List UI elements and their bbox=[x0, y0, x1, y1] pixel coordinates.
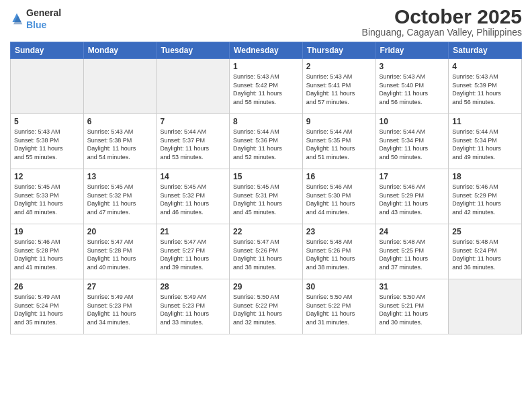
week-row-2: 5Sunrise: 5:43 AM Sunset: 5:38 PM Daylig… bbox=[11, 114, 522, 169]
day-cell: 7Sunrise: 5:44 AM Sunset: 5:37 PM Daylig… bbox=[157, 114, 230, 169]
day-cell: 9Sunrise: 5:44 AM Sunset: 5:35 PM Daylig… bbox=[302, 114, 375, 169]
location-subtitle: Binguang, Cagayan Valley, Philippines bbox=[362, 27, 522, 38]
calendar: Sunday Monday Tuesday Wednesday Thursday… bbox=[10, 42, 522, 334]
day-info: Sunrise: 5:45 AM Sunset: 5:33 PM Dayligh… bbox=[14, 183, 80, 216]
day-cell: 29Sunrise: 5:50 AM Sunset: 5:22 PM Dayli… bbox=[230, 279, 303, 334]
title-area: October 2025 Binguang, Cagayan Valley, P… bbox=[362, 7, 522, 38]
day-cell: 18Sunrise: 5:46 AM Sunset: 5:29 PM Dayli… bbox=[449, 169, 522, 224]
week-row-4: 19Sunrise: 5:46 AM Sunset: 5:28 PM Dayli… bbox=[11, 224, 522, 279]
day-number: 2 bbox=[306, 62, 372, 71]
day-number: 8 bbox=[233, 117, 299, 126]
logo-blue: Blue bbox=[26, 19, 46, 30]
day-info: Sunrise: 5:43 AM Sunset: 5:38 PM Dayligh… bbox=[14, 128, 80, 161]
day-cell: 4Sunrise: 5:43 AM Sunset: 5:39 PM Daylig… bbox=[449, 59, 522, 114]
day-cell: 17Sunrise: 5:46 AM Sunset: 5:29 PM Dayli… bbox=[375, 169, 449, 224]
day-cell: 16Sunrise: 5:46 AM Sunset: 5:30 PM Dayli… bbox=[302, 169, 375, 224]
day-number: 5 bbox=[14, 117, 80, 126]
week-row-5: 26Sunrise: 5:49 AM Sunset: 5:24 PM Dayli… bbox=[11, 279, 522, 334]
day-number: 14 bbox=[160, 172, 226, 181]
day-cell: 25Sunrise: 5:48 AM Sunset: 5:24 PM Dayli… bbox=[449, 224, 522, 279]
col-wednesday: Wednesday bbox=[230, 42, 303, 59]
day-cell bbox=[157, 59, 230, 114]
day-number: 4 bbox=[452, 62, 518, 71]
day-number: 27 bbox=[87, 282, 153, 291]
col-tuesday: Tuesday bbox=[157, 42, 230, 59]
day-cell: 10Sunrise: 5:44 AM Sunset: 5:34 PM Dayli… bbox=[375, 114, 449, 169]
col-monday: Monday bbox=[83, 42, 157, 59]
day-cell: 28Sunrise: 5:49 AM Sunset: 5:23 PM Dayli… bbox=[157, 279, 230, 334]
day-info: Sunrise: 5:48 AM Sunset: 5:24 PM Dayligh… bbox=[452, 238, 518, 271]
day-number: 15 bbox=[233, 172, 299, 181]
day-info: Sunrise: 5:44 AM Sunset: 5:36 PM Dayligh… bbox=[233, 128, 299, 161]
day-info: Sunrise: 5:44 AM Sunset: 5:35 PM Dayligh… bbox=[306, 128, 372, 161]
day-cell bbox=[11, 59, 84, 114]
day-info: Sunrise: 5:44 AM Sunset: 5:37 PM Dayligh… bbox=[160, 128, 226, 161]
logo-general: General bbox=[26, 7, 61, 18]
header: General Blue October 2025 Binguang, Caga… bbox=[10, 7, 522, 38]
day-info: Sunrise: 5:43 AM Sunset: 5:39 PM Dayligh… bbox=[452, 73, 518, 106]
day-cell: 31Sunrise: 5:50 AM Sunset: 5:21 PM Dayli… bbox=[375, 279, 449, 334]
day-info: Sunrise: 5:45 AM Sunset: 5:32 PM Dayligh… bbox=[160, 183, 226, 216]
month-title: October 2025 bbox=[362, 7, 522, 27]
day-number: 28 bbox=[160, 282, 226, 291]
day-cell: 2Sunrise: 5:43 AM Sunset: 5:41 PM Daylig… bbox=[302, 59, 375, 114]
day-info: Sunrise: 5:45 AM Sunset: 5:31 PM Dayligh… bbox=[233, 183, 299, 216]
day-number: 1 bbox=[233, 62, 299, 71]
day-info: Sunrise: 5:47 AM Sunset: 5:27 PM Dayligh… bbox=[160, 238, 226, 271]
page: General Blue October 2025 Binguang, Caga… bbox=[0, 0, 532, 411]
day-info: Sunrise: 5:44 AM Sunset: 5:34 PM Dayligh… bbox=[380, 128, 445, 161]
day-info: Sunrise: 5:48 AM Sunset: 5:25 PM Dayligh… bbox=[380, 238, 445, 271]
header-row: Sunday Monday Tuesday Wednesday Thursday… bbox=[11, 42, 522, 59]
day-cell: 30Sunrise: 5:50 AM Sunset: 5:22 PM Dayli… bbox=[302, 279, 375, 334]
day-info: Sunrise: 5:49 AM Sunset: 5:23 PM Dayligh… bbox=[87, 293, 153, 326]
day-cell: 15Sunrise: 5:45 AM Sunset: 5:31 PM Dayli… bbox=[230, 169, 303, 224]
day-info: Sunrise: 5:47 AM Sunset: 5:26 PM Dayligh… bbox=[233, 238, 299, 271]
day-number: 11 bbox=[452, 117, 518, 126]
day-info: Sunrise: 5:43 AM Sunset: 5:38 PM Dayligh… bbox=[87, 128, 153, 161]
day-info: Sunrise: 5:50 AM Sunset: 5:22 PM Dayligh… bbox=[233, 293, 299, 326]
day-number: 31 bbox=[380, 282, 445, 291]
day-number: 22 bbox=[233, 227, 299, 236]
day-number: 17 bbox=[380, 172, 445, 181]
day-cell: 23Sunrise: 5:48 AM Sunset: 5:26 PM Dayli… bbox=[302, 224, 375, 279]
day-cell: 12Sunrise: 5:45 AM Sunset: 5:33 PM Dayli… bbox=[11, 169, 84, 224]
day-cell: 14Sunrise: 5:45 AM Sunset: 5:32 PM Dayli… bbox=[157, 169, 230, 224]
day-info: Sunrise: 5:48 AM Sunset: 5:26 PM Dayligh… bbox=[306, 238, 372, 271]
week-row-1: 1Sunrise: 5:43 AM Sunset: 5:42 PM Daylig… bbox=[11, 59, 522, 114]
day-info: Sunrise: 5:43 AM Sunset: 5:40 PM Dayligh… bbox=[380, 73, 445, 106]
day-number: 24 bbox=[380, 227, 445, 236]
day-number: 13 bbox=[87, 172, 153, 181]
day-number: 29 bbox=[233, 282, 299, 291]
day-cell: 11Sunrise: 5:44 AM Sunset: 5:34 PM Dayli… bbox=[449, 114, 522, 169]
day-cell: 13Sunrise: 5:45 AM Sunset: 5:32 PM Dayli… bbox=[83, 169, 157, 224]
day-cell: 26Sunrise: 5:49 AM Sunset: 5:24 PM Dayli… bbox=[11, 279, 84, 334]
week-row-3: 12Sunrise: 5:45 AM Sunset: 5:33 PM Dayli… bbox=[11, 169, 522, 224]
day-number: 3 bbox=[380, 62, 445, 71]
col-friday: Friday bbox=[375, 42, 449, 59]
day-info: Sunrise: 5:47 AM Sunset: 5:28 PM Dayligh… bbox=[87, 238, 153, 271]
day-info: Sunrise: 5:45 AM Sunset: 5:32 PM Dayligh… bbox=[87, 183, 153, 216]
day-info: Sunrise: 5:50 AM Sunset: 5:21 PM Dayligh… bbox=[380, 293, 445, 326]
day-cell bbox=[83, 59, 157, 114]
day-cell: 8Sunrise: 5:44 AM Sunset: 5:36 PM Daylig… bbox=[230, 114, 303, 169]
day-number: 26 bbox=[14, 282, 80, 291]
day-number: 12 bbox=[14, 172, 80, 181]
day-info: Sunrise: 5:46 AM Sunset: 5:28 PM Dayligh… bbox=[14, 238, 80, 271]
day-number: 30 bbox=[306, 282, 372, 291]
day-info: Sunrise: 5:43 AM Sunset: 5:41 PM Dayligh… bbox=[306, 73, 372, 106]
day-number: 18 bbox=[452, 172, 518, 181]
day-cell: 22Sunrise: 5:47 AM Sunset: 5:26 PM Dayli… bbox=[230, 224, 303, 279]
day-cell: 6Sunrise: 5:43 AM Sunset: 5:38 PM Daylig… bbox=[83, 114, 157, 169]
day-cell: 21Sunrise: 5:47 AM Sunset: 5:27 PM Dayli… bbox=[157, 224, 230, 279]
day-info: Sunrise: 5:49 AM Sunset: 5:23 PM Dayligh… bbox=[160, 293, 226, 326]
day-cell: 20Sunrise: 5:47 AM Sunset: 5:28 PM Dayli… bbox=[83, 224, 157, 279]
day-info: Sunrise: 5:43 AM Sunset: 5:42 PM Dayligh… bbox=[233, 73, 299, 106]
col-sunday: Sunday bbox=[11, 42, 84, 59]
logo-icon bbox=[10, 12, 24, 26]
logo: General Blue bbox=[10, 7, 61, 31]
day-info: Sunrise: 5:44 AM Sunset: 5:34 PM Dayligh… bbox=[452, 128, 518, 161]
day-info: Sunrise: 5:46 AM Sunset: 5:29 PM Dayligh… bbox=[452, 183, 518, 216]
day-number: 21 bbox=[160, 227, 226, 236]
logo-text: General Blue bbox=[26, 7, 61, 31]
day-number: 16 bbox=[306, 172, 372, 181]
